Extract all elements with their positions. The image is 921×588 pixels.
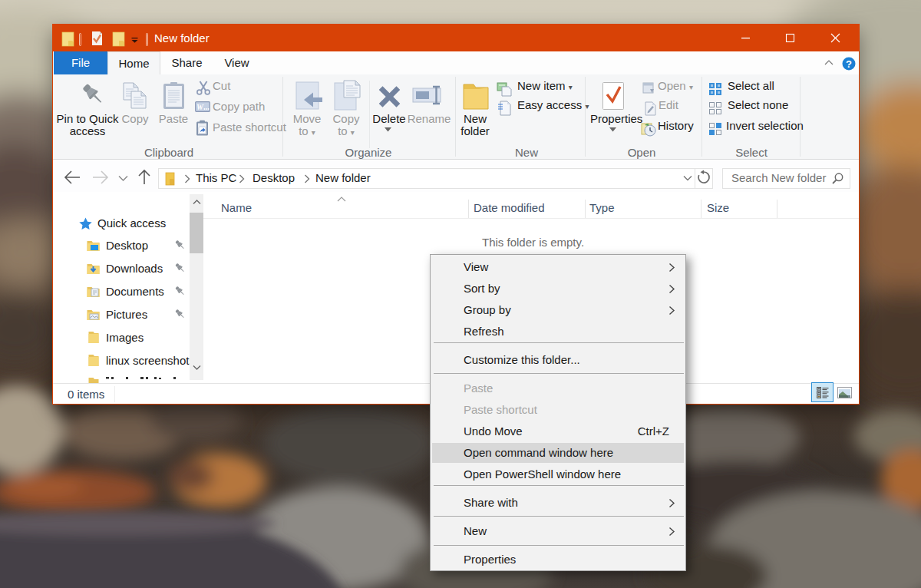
svg-text:?: ? bbox=[846, 58, 852, 70]
svg-text:W: W bbox=[196, 103, 204, 111]
